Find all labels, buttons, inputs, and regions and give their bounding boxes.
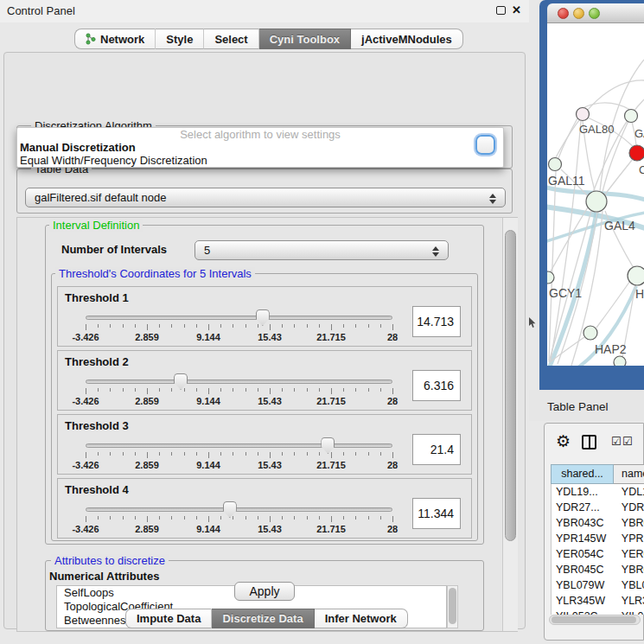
- threshold-value-field[interactable]: 14.713: [412, 306, 461, 337]
- tick: [98, 452, 99, 456]
- cell-name: YDR2: [614, 500, 644, 515]
- algorithm-combobox[interactable]: [475, 135, 495, 155]
- network-canvas[interactable]: GAL80GACGAL11GAL4GCY1HHAP2: [547, 23, 644, 366]
- tab-discretize-data[interactable]: Discretize Data: [212, 609, 314, 628]
- tab-infer-network[interactable]: Infer Network: [315, 609, 408, 628]
- tick: [258, 516, 258, 520]
- network-node-c[interactable]: [629, 145, 644, 161]
- scale-label: 2.859: [135, 460, 159, 470]
- table-row[interactable]: YLR345WYLR3: [552, 593, 644, 609]
- combo-stepper-icon: [432, 245, 440, 258]
- tick: [184, 452, 185, 456]
- network-edge: [596, 281, 630, 328]
- table-row[interactable]: YER054CYER0: [552, 546, 644, 562]
- tick: [135, 388, 136, 392]
- checkbox-icon[interactable]: ☑: [622, 436, 633, 447]
- threshold-slider-track[interactable]: [86, 316, 392, 320]
- settings-scroll-viewport: Interval Definition Number of Intervals …: [16, 217, 518, 632]
- network-node-gcy1[interactable]: [547, 271, 554, 284]
- scale-label: 2.859: [135, 396, 159, 406]
- network-node-gal80[interactable]: [577, 108, 590, 121]
- threshold-value-field[interactable]: 21.4: [412, 434, 461, 465]
- table-row[interactable]: YDR27...YDR2: [552, 500, 644, 515]
- network-node-label: GAL11: [548, 174, 585, 188]
- network-window-titlebar[interactable]: [547, 3, 644, 23]
- network-node-h[interactable]: [628, 266, 644, 285]
- algorithm-option-manual[interactable]: Manual Discretization: [17, 141, 503, 154]
- gear-icon[interactable]: ⚙: [556, 433, 571, 450]
- tab-impute-data[interactable]: Impute Data: [125, 609, 212, 628]
- table-row[interactable]: YBR043CYBR0: [552, 515, 644, 531]
- network-node-label: GAL4: [604, 219, 635, 233]
- minimize-traffic-light-icon[interactable]: [573, 8, 584, 19]
- interval-definition-group: Interval Definition Number of Intervals …: [45, 225, 484, 545]
- network-node[interactable]: [614, 356, 626, 366]
- tick: [123, 516, 124, 520]
- network-node-ga[interactable]: [625, 110, 638, 123]
- cell-shared-name: YDR27...: [552, 500, 614, 515]
- network-edge: [558, 118, 577, 158]
- tick: [245, 452, 246, 456]
- threshold-slider-track[interactable]: [86, 507, 392, 512]
- number-of-intervals-combobox[interactable]: 5: [194, 240, 449, 260]
- cell-shared-name: YBL079W: [552, 577, 614, 593]
- tick: [159, 324, 160, 328]
- zoom-traffic-light-icon[interactable]: [589, 8, 600, 19]
- tick: [392, 324, 393, 330]
- column-header-shared-name[interactable]: shared...: [551, 464, 614, 484]
- tab-jactivemnodules[interactable]: jActiveMNodules: [351, 29, 463, 49]
- threshold-value-field[interactable]: 11.344: [412, 498, 461, 529]
- table-data-combobox[interactable]: galFiltered.sif default node: [25, 188, 506, 207]
- table-header-row: shared... name: [551, 464, 644, 484]
- tick: [380, 388, 381, 392]
- tab-select[interactable]: Select: [204, 29, 258, 49]
- tab-style[interactable]: Style: [156, 29, 204, 49]
- table-row[interactable]: YDL19...YDL1: [552, 484, 644, 500]
- scale-label: 28: [387, 332, 398, 342]
- table-row[interactable]: YIL052CYIL0: [552, 609, 644, 615]
- tick: [258, 452, 258, 456]
- threshold-panel: Threshold 4 11.344 -3.4262.8599.14415.43…: [57, 478, 472, 539]
- close-traffic-light-icon[interactable]: [558, 8, 569, 19]
- table-panel-bar: Table Panel: [529, 390, 644, 421]
- threshold-slider-thumb[interactable]: [174, 373, 188, 390]
- threshold-slider-thumb[interactable]: [321, 437, 335, 454]
- network-node-hap2[interactable]: [583, 326, 597, 340]
- tick: [245, 388, 246, 392]
- panel-vertical-scrollbar[interactable]: [502, 218, 518, 631]
- table-toolbar: ⚙ ☑ ☑: [545, 424, 644, 462]
- threshold-value-field[interactable]: 6.316: [412, 370, 461, 401]
- scale-label: 9.144: [196, 396, 220, 406]
- table-horizontal-scrollbar[interactable]: [549, 615, 641, 625]
- network-node-label: GCY1: [549, 286, 582, 300]
- algorithm-option-equal-width[interactable]: Equal Width/Frequency Discretization: [17, 154, 503, 167]
- threshold-slider-track[interactable]: [86, 443, 392, 448]
- cyni-mode-tabs: Impute DataDiscretize DataInfer Network: [125, 609, 408, 628]
- tick: [135, 516, 136, 520]
- tick: [331, 452, 332, 458]
- checkbox-icon[interactable]: ☑: [611, 436, 622, 447]
- table-row[interactable]: YPR145WYPR1: [552, 531, 644, 546]
- tick: [368, 324, 369, 328]
- column-header-name[interactable]: name: [614, 464, 644, 484]
- attributes-list-scrollbar[interactable]: [447, 585, 458, 628]
- tick: [282, 516, 283, 520]
- tick: [86, 324, 86, 330]
- cell-shared-name: YDL19...: [552, 484, 614, 500]
- threshold-slider-thumb[interactable]: [223, 501, 237, 518]
- scale-label: 9.144: [196, 524, 220, 534]
- table-row[interactable]: YBL079WYBL0: [552, 577, 644, 593]
- network-node-gal4[interactable]: [586, 191, 607, 212]
- tab-cyni-toolbox[interactable]: Cyni Toolbox: [259, 29, 351, 49]
- tab-impute-data-label: Impute Data: [137, 612, 201, 625]
- table-row[interactable]: YBR045CYBR0: [552, 562, 644, 577]
- threshold-slider-track[interactable]: [86, 379, 392, 384]
- tab-network[interactable]: Network: [74, 29, 156, 49]
- apply-button[interactable]: Apply: [234, 582, 295, 601]
- network-node-label: GA: [634, 127, 644, 140]
- network-node-gal11[interactable]: [549, 158, 562, 171]
- scale-label: 28: [387, 524, 398, 534]
- float-window-icon[interactable]: [496, 6, 506, 15]
- close-icon[interactable]: ✕: [512, 3, 521, 16]
- columns-icon[interactable]: [582, 435, 596, 450]
